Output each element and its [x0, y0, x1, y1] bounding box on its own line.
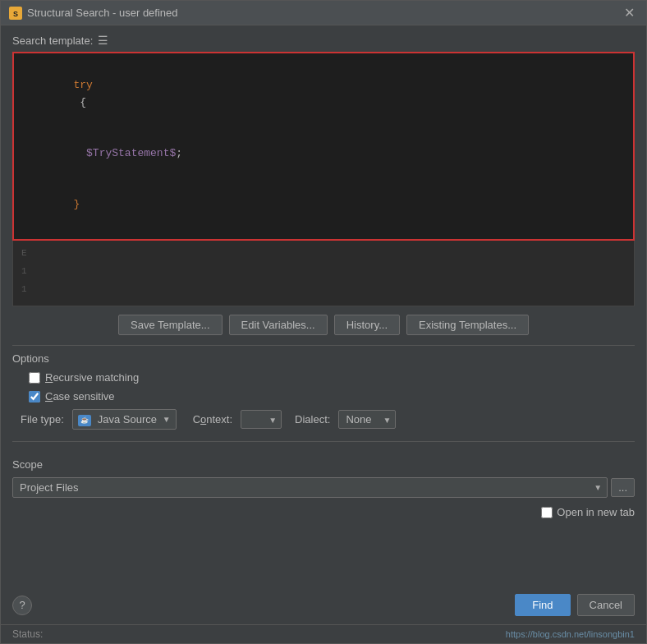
dialect-select-wrapper: None ▼ [338, 410, 396, 429]
history-button[interactable]: History... [334, 315, 400, 335]
code-line-blank [22, 231, 625, 241]
recursive-matching-row: Recursive matching [29, 371, 635, 384]
file-type-row: File type: ☕ Java Source ▼ Context: ▼ [21, 409, 635, 430]
dialect-label: Dialect: [295, 413, 330, 426]
file-type-label: File type: [21, 413, 64, 426]
code-rest-area: E 1 1 [12, 241, 635, 306]
search-template-label: Search template: ☰ [12, 34, 635, 47]
scope-label: Scope [12, 458, 635, 471]
recursive-matching-label[interactable]: Recursive matching [29, 371, 139, 384]
find-button[interactable]: Find [515, 594, 570, 616]
file-type-select[interactable]: Java Source [94, 411, 161, 428]
context-label: Context: [193, 413, 232, 426]
title-bar-left: S Structural Search - user defined [9, 7, 178, 20]
keyword-try: try [73, 79, 92, 91]
dialect-select[interactable]: None [338, 410, 396, 429]
divider-1 [12, 345, 635, 346]
divider-2 [12, 441, 635, 442]
file-type-select-wrapper: ☕ Java Source ▼ [72, 409, 177, 430]
recursive-matching-text: Recursive matching [45, 371, 139, 384]
svg-text:S: S [13, 10, 18, 18]
help-button[interactable]: ? [12, 596, 32, 615]
options-label: Options [12, 352, 635, 365]
window-icon: S [9, 7, 22, 20]
edit-variables-button[interactable]: Edit Variables... [229, 315, 328, 335]
scope-select[interactable]: Project Files [13, 478, 589, 497]
var-try-statement: $TryStatement$ [73, 147, 176, 159]
existing-templates-button[interactable]: Existing Templates... [406, 315, 529, 335]
code-line-2: $TryStatement$; [22, 128, 625, 179]
status-label: Status: [12, 628, 43, 640]
case-sensitive-checkbox[interactable] [29, 391, 40, 402]
search-template-text: Search template: [12, 34, 93, 47]
cancel-button[interactable]: Cancel [577, 594, 635, 616]
java-icon: ☕ [73, 410, 94, 429]
case-sensitive-label[interactable]: Case sensitive [29, 390, 115, 402]
context-select[interactable] [241, 410, 282, 429]
dialog-window: S Structural Search - user defined ✕ Sea… [0, 0, 647, 644]
scope-section: Scope Project Files ▼ ... Open in new ta… [12, 458, 635, 518]
context-select-wrapper: ▼ [241, 410, 282, 429]
window-title: Structural Search - user defined [27, 7, 178, 19]
close-button[interactable]: ✕ [621, 5, 638, 21]
options-section: Options Recursive matching Case sensitiv… [12, 352, 635, 430]
code-line-1: try { [22, 60, 625, 128]
case-sensitive-text: Case sensitive [45, 390, 115, 402]
save-template-button[interactable]: Save Template... [118, 315, 223, 335]
open-in-new-tab-text: Open in new tab [557, 506, 635, 518]
open-in-new-tab-label[interactable]: Open in new tab [541, 506, 635, 518]
code-editor[interactable]: try { $TryStatement$; } catch($Exception… [12, 52, 635, 241]
status-bar: Status: https://blog.csdn.net/linsongbin… [1, 624, 646, 643]
code-line-3: } [22, 180, 625, 231]
scope-row: Project Files ▼ ... [12, 477, 635, 498]
scope-dropdown-arrow: ▼ [589, 480, 607, 495]
action-buttons: Find Cancel [515, 594, 635, 616]
brace-1: } [73, 198, 80, 210]
open-tab-row: Open in new tab [12, 506, 635, 518]
status-url: https://blog.csdn.net/linsongbin1 [506, 629, 635, 639]
toolbar-row: Save Template... Edit Variables... Histo… [12, 315, 635, 335]
recursive-matching-checkbox[interactable] [29, 372, 40, 384]
open-in-new-tab-checkbox[interactable] [541, 507, 553, 518]
file-type-dropdown-arrow: ▼ [161, 412, 176, 426]
scope-select-wrapper: Project Files ▼ [12, 477, 608, 498]
title-bar: S Structural Search - user defined ✕ [1, 1, 646, 25]
template-icon: ☰ [98, 34, 108, 47]
scope-more-button[interactable]: ... [611, 478, 635, 497]
dialog-body: Search template: ☰ try { $TryStatement$;… [1, 25, 646, 624]
bottom-row: ? Find Cancel [12, 584, 635, 616]
case-sensitive-row: Case sensitive [29, 390, 635, 402]
